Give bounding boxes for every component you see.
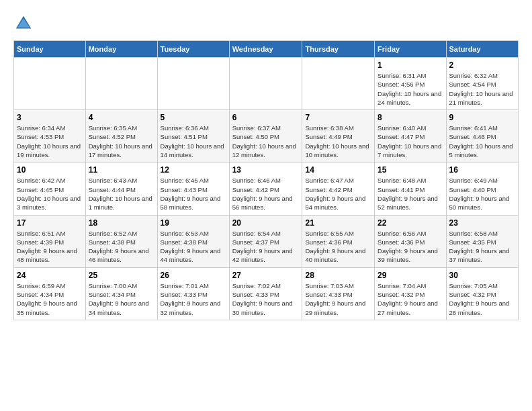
calendar-cell: 1Sunrise: 6:31 AM Sunset: 4:56 PM Daylig… — [375, 58, 446, 110]
day-info: Sunrise: 6:31 AM Sunset: 4:56 PM Dayligh… — [378, 71, 443, 107]
day-info: Sunrise: 6:59 AM Sunset: 4:34 PM Dayligh… — [17, 281, 83, 317]
calendar-cell — [14, 58, 86, 110]
calendar-body: 1Sunrise: 6:31 AM Sunset: 4:56 PM Daylig… — [14, 58, 519, 320]
day-info: Sunrise: 6:54 AM Sunset: 4:37 PM Dayligh… — [232, 229, 300, 265]
day-info: Sunrise: 7:03 AM Sunset: 4:33 PM Dayligh… — [305, 281, 371, 317]
day-number: 27 — [232, 271, 300, 280]
calendar-cell: 26Sunrise: 7:01 AM Sunset: 4:33 PM Dayli… — [157, 267, 229, 320]
day-info: Sunrise: 6:42 AM Sunset: 4:45 PM Dayligh… — [17, 176, 83, 212]
day-info: Sunrise: 6:37 AM Sunset: 4:50 PM Dayligh… — [232, 124, 300, 159]
calendar-cell: 25Sunrise: 7:00 AM Sunset: 4:34 PM Dayli… — [85, 267, 157, 320]
day-number: 24 — [17, 271, 83, 280]
day-number: 28 — [305, 271, 371, 280]
day-number: 17 — [17, 218, 83, 228]
day-number: 22 — [378, 218, 443, 228]
day-info: Sunrise: 6:40 AM Sunset: 4:47 PM Dayligh… — [378, 124, 443, 159]
day-info: Sunrise: 6:53 AM Sunset: 4:38 PM Dayligh… — [161, 229, 226, 265]
calendar-cell: 3Sunrise: 6:34 AM Sunset: 4:53 PM Daylig… — [14, 110, 86, 163]
calendar-cell: 30Sunrise: 7:05 AM Sunset: 4:32 PM Dayli… — [446, 267, 518, 320]
calendar-header: SundayMondayTuesdayWednesdayThursdayFrid… — [14, 41, 519, 58]
calendar-cell: 6Sunrise: 6:37 AM Sunset: 4:50 PM Daylig… — [229, 110, 302, 163]
calendar-cell: 23Sunrise: 6:58 AM Sunset: 4:35 PM Dayli… — [446, 215, 518, 267]
calendar-cell — [229, 58, 302, 110]
calendar-cell: 21Sunrise: 6:55 AM Sunset: 4:36 PM Dayli… — [302, 215, 375, 267]
weekday-header: Wednesday — [229, 41, 302, 58]
day-number: 29 — [378, 271, 443, 280]
day-number: 30 — [449, 271, 515, 280]
calendar-cell: 18Sunrise: 6:52 AM Sunset: 4:38 PM Dayli… — [85, 215, 157, 267]
header-row: SundayMondayTuesdayWednesdayThursdayFrid… — [14, 41, 519, 58]
day-number: 3 — [17, 113, 83, 122]
calendar-cell: 27Sunrise: 7:02 AM Sunset: 4:33 PM Dayli… — [229, 267, 302, 320]
calendar-week-row: 17Sunrise: 6:51 AM Sunset: 4:39 PM Dayli… — [14, 215, 519, 267]
day-number: 4 — [89, 113, 154, 122]
day-number: 16 — [449, 165, 515, 175]
day-number: 18 — [89, 218, 154, 228]
calendar-cell: 2Sunrise: 6:32 AM Sunset: 4:54 PM Daylig… — [446, 58, 518, 110]
day-number: 13 — [232, 165, 300, 175]
day-info: Sunrise: 6:58 AM Sunset: 4:35 PM Dayligh… — [449, 229, 515, 265]
calendar-cell: 29Sunrise: 7:04 AM Sunset: 4:32 PM Dayli… — [375, 267, 446, 320]
day-info: Sunrise: 6:55 AM Sunset: 4:36 PM Dayligh… — [305, 229, 371, 265]
day-info: Sunrise: 7:04 AM Sunset: 4:32 PM Dayligh… — [378, 281, 443, 317]
calendar-cell — [302, 58, 375, 110]
day-number: 15 — [378, 165, 443, 175]
calendar-week-row: 1Sunrise: 6:31 AM Sunset: 4:56 PM Daylig… — [14, 58, 519, 110]
calendar-cell: 11Sunrise: 6:43 AM Sunset: 4:44 PM Dayli… — [85, 163, 157, 215]
calendar-cell: 24Sunrise: 6:59 AM Sunset: 4:34 PM Dayli… — [14, 267, 86, 320]
day-info: Sunrise: 6:38 AM Sunset: 4:49 PM Dayligh… — [305, 124, 371, 159]
calendar-cell: 10Sunrise: 6:42 AM Sunset: 4:45 PM Dayli… — [14, 163, 86, 215]
calendar-cell: 4Sunrise: 6:35 AM Sunset: 4:52 PM Daylig… — [85, 110, 157, 163]
day-number: 9 — [449, 113, 515, 122]
calendar-cell: 12Sunrise: 6:45 AM Sunset: 4:43 PM Dayli… — [157, 163, 229, 215]
day-info: Sunrise: 6:56 AM Sunset: 4:36 PM Dayligh… — [378, 229, 443, 265]
day-number: 11 — [89, 165, 154, 175]
day-info: Sunrise: 6:51 AM Sunset: 4:39 PM Dayligh… — [17, 229, 83, 265]
calendar-cell: 20Sunrise: 6:54 AM Sunset: 4:37 PM Dayli… — [229, 215, 302, 267]
day-info: Sunrise: 6:47 AM Sunset: 4:42 PM Dayligh… — [305, 176, 371, 212]
calendar-cell: 15Sunrise: 6:48 AM Sunset: 4:41 PM Dayli… — [375, 163, 446, 215]
day-number: 20 — [232, 218, 300, 228]
day-info: Sunrise: 6:43 AM Sunset: 4:44 PM Dayligh… — [89, 176, 154, 212]
day-info: Sunrise: 7:01 AM Sunset: 4:33 PM Dayligh… — [161, 281, 226, 317]
day-number: 21 — [305, 218, 371, 228]
day-info: Sunrise: 7:00 AM Sunset: 4:34 PM Dayligh… — [89, 281, 154, 317]
logo-icon — [13, 13, 34, 34]
day-info: Sunrise: 6:35 AM Sunset: 4:52 PM Dayligh… — [89, 124, 154, 159]
calendar-cell: 22Sunrise: 6:56 AM Sunset: 4:36 PM Dayli… — [375, 215, 446, 267]
day-info: Sunrise: 6:48 AM Sunset: 4:41 PM Dayligh… — [378, 176, 443, 212]
day-number: 5 — [161, 113, 226, 122]
calendar-cell — [157, 58, 229, 110]
weekday-header: Tuesday — [157, 41, 229, 58]
calendar-cell: 13Sunrise: 6:46 AM Sunset: 4:42 PM Dayli… — [229, 163, 302, 215]
day-number: 23 — [449, 218, 515, 228]
calendar-cell: 8Sunrise: 6:40 AM Sunset: 4:47 PM Daylig… — [375, 110, 446, 163]
day-number: 2 — [449, 60, 515, 70]
day-number: 14 — [305, 165, 371, 175]
day-number: 12 — [161, 165, 226, 175]
day-info: Sunrise: 6:34 AM Sunset: 4:53 PM Dayligh… — [17, 124, 83, 159]
day-number: 6 — [232, 113, 300, 122]
calendar-cell: 17Sunrise: 6:51 AM Sunset: 4:39 PM Dayli… — [14, 215, 86, 267]
calendar-week-row: 24Sunrise: 6:59 AM Sunset: 4:34 PM Dayli… — [14, 267, 519, 320]
calendar-table: SundayMondayTuesdayWednesdayThursdayFrid… — [13, 40, 519, 320]
day-info: Sunrise: 6:32 AM Sunset: 4:54 PM Dayligh… — [449, 71, 515, 107]
calendar-cell: 19Sunrise: 6:53 AM Sunset: 4:38 PM Dayli… — [157, 215, 229, 267]
day-number: 19 — [161, 218, 226, 228]
calendar-cell: 5Sunrise: 6:36 AM Sunset: 4:51 PM Daylig… — [157, 110, 229, 163]
day-number: 8 — [378, 113, 443, 122]
weekday-header: Friday — [375, 41, 446, 58]
day-info: Sunrise: 6:41 AM Sunset: 4:46 PM Dayligh… — [449, 124, 515, 159]
weekday-header: Thursday — [302, 41, 375, 58]
day-number: 26 — [161, 271, 226, 280]
logo — [13, 13, 36, 34]
calendar-cell: 16Sunrise: 6:49 AM Sunset: 4:40 PM Dayli… — [446, 163, 518, 215]
calendar-cell: 14Sunrise: 6:47 AM Sunset: 4:42 PM Dayli… — [302, 163, 375, 215]
day-number: 7 — [305, 113, 371, 122]
day-number: 25 — [89, 271, 154, 280]
calendar-week-row: 10Sunrise: 6:42 AM Sunset: 4:45 PM Dayli… — [14, 163, 519, 215]
calendar-cell: 28Sunrise: 7:03 AM Sunset: 4:33 PM Dayli… — [302, 267, 375, 320]
day-info: Sunrise: 6:46 AM Sunset: 4:42 PM Dayligh… — [232, 176, 300, 212]
day-info: Sunrise: 6:36 AM Sunset: 4:51 PM Dayligh… — [161, 124, 226, 159]
weekday-header: Monday — [85, 41, 157, 58]
